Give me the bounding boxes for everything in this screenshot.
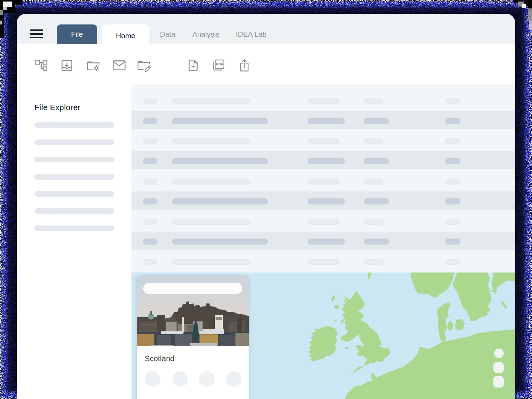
svg-text:PDF: PDF [216, 62, 223, 66]
